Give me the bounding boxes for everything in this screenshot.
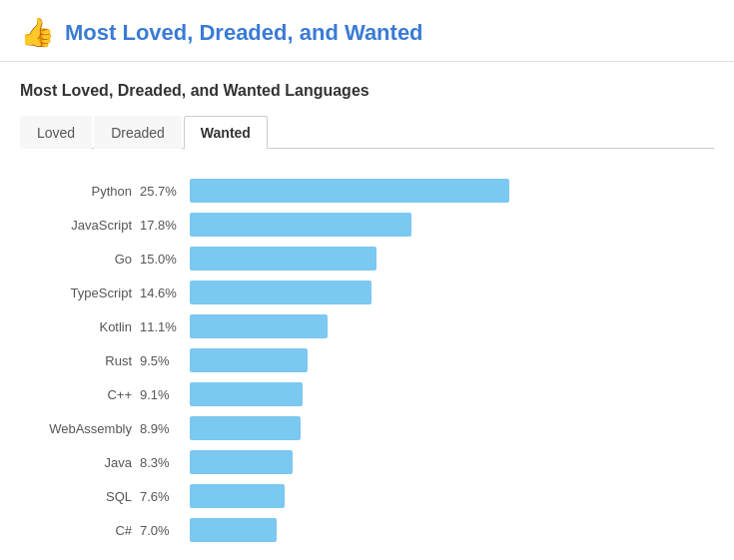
- chart-row: SQL 7.6%: [20, 484, 714, 508]
- bar-label: Python: [20, 184, 140, 199]
- bar-label: Rust: [20, 353, 140, 368]
- bar-label: Java: [20, 455, 140, 470]
- bar-fill: [190, 314, 328, 338]
- bar-label: JavaScript: [20, 218, 140, 233]
- bar-fill: [190, 382, 303, 406]
- chart-row: WebAssembly 8.9%: [20, 416, 714, 440]
- tab-bar: Loved Dreaded Wanted: [20, 116, 714, 149]
- chart-container: Python 25.7% JavaScript 17.8% Go 15.0% T…: [0, 179, 734, 560]
- bar-track: [190, 348, 714, 372]
- bar-value: 8.3%: [140, 455, 190, 470]
- bar-value: 25.7%: [140, 184, 190, 199]
- bar-track: [190, 179, 714, 203]
- bar-fill: [190, 450, 293, 474]
- bar-value: 11.1%: [140, 319, 190, 334]
- bar-label: SQL: [20, 489, 140, 504]
- bar-value: 7.6%: [140, 489, 190, 504]
- bar-track: [190, 382, 714, 406]
- bar-fill: [190, 348, 308, 372]
- bar-value: 9.5%: [140, 353, 190, 368]
- bar-fill: [190, 518, 277, 542]
- bar-fill: [190, 179, 509, 203]
- chart-row: C# 7.0%: [20, 518, 714, 542]
- bar-track: [190, 280, 714, 304]
- thumbs-up-icon: 👍: [20, 16, 55, 49]
- bar-track: [190, 484, 714, 508]
- chart-row: C++ 9.1%: [20, 382, 714, 406]
- bar-value: 9.1%: [140, 387, 190, 402]
- chart-row: Java 8.3%: [20, 450, 714, 474]
- bar-label: TypeScript: [20, 285, 140, 300]
- chart-row: Python 25.7%: [20, 179, 714, 203]
- chart-row: Go 15.0%: [20, 247, 714, 271]
- bar-fill: [190, 280, 371, 304]
- tab-wanted[interactable]: Wanted: [184, 116, 268, 149]
- bar-track: [190, 314, 714, 338]
- tab-loved[interactable]: Loved: [20, 116, 92, 149]
- bar-track: [190, 213, 714, 237]
- bar-value: 15.0%: [140, 252, 190, 267]
- bar-label: C#: [20, 523, 140, 538]
- bar-fill: [190, 213, 411, 237]
- section-title: Most Loved, Dreaded, and Wanted Language…: [20, 82, 714, 100]
- bar-label: WebAssembly: [20, 421, 140, 436]
- chart-row: Kotlin 11.1%: [20, 314, 714, 338]
- bar-fill: [190, 416, 301, 440]
- bar-track: [190, 416, 714, 440]
- bar-value: 8.9%: [140, 421, 190, 436]
- tab-dreaded[interactable]: Dreaded: [94, 116, 182, 149]
- bar-value: 17.8%: [140, 218, 190, 233]
- bar-value: 7.0%: [140, 523, 190, 538]
- chart-row: Rust 9.5%: [20, 348, 714, 372]
- bar-track: [190, 450, 714, 474]
- bar-value: 14.6%: [140, 285, 190, 300]
- chart-row: JavaScript 17.8%: [20, 213, 714, 237]
- bar-label: Go: [20, 252, 140, 267]
- chart-row: TypeScript 14.6%: [20, 280, 714, 304]
- bar-label: Kotlin: [20, 319, 140, 334]
- bar-label: C++: [20, 387, 140, 402]
- bar-track: [190, 247, 714, 271]
- page-title: Most Loved, Dreaded, and Wanted: [65, 20, 423, 46]
- bar-track: [190, 518, 714, 542]
- bar-fill: [190, 484, 285, 508]
- bar-fill: [190, 247, 376, 271]
- section: Most Loved, Dreaded, and Wanted Language…: [0, 62, 734, 179]
- page-header: 👍 Most Loved, Dreaded, and Wanted: [0, 0, 734, 62]
